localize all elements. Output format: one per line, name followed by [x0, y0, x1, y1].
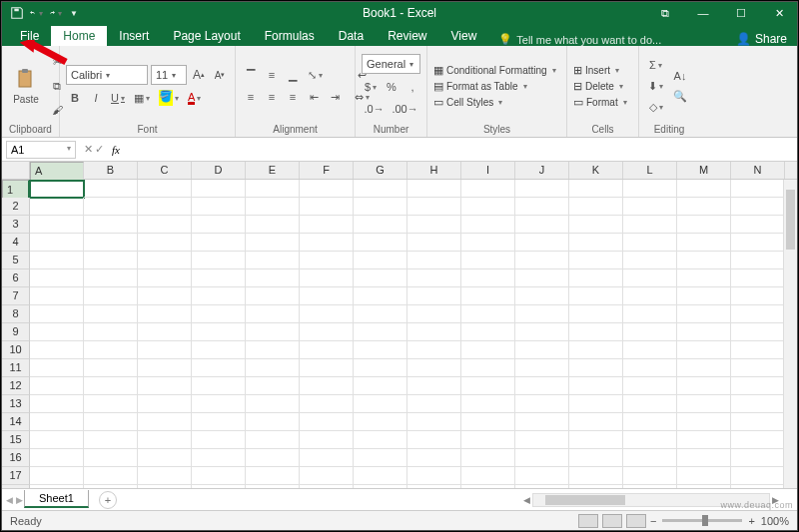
cell[interactable]: [354, 395, 407, 413]
cell[interactable]: [407, 234, 461, 252]
cell[interactable]: [515, 323, 569, 341]
cell[interactable]: [138, 413, 192, 431]
cell[interactable]: [623, 252, 677, 269]
cell[interactable]: [623, 180, 677, 198]
row-header[interactable]: 10: [2, 341, 30, 359]
cell[interactable]: [461, 431, 515, 449]
font-size-select[interactable]: 11▾: [151, 65, 187, 85]
row-header[interactable]: 13: [2, 395, 30, 413]
increase-decimal-icon[interactable]: .0→: [362, 100, 387, 118]
cell[interactable]: [354, 198, 407, 216]
format-cells-button[interactable]: ▭Format▾: [573, 96, 627, 109]
cell[interactable]: [569, 216, 623, 234]
cell[interactable]: [515, 198, 569, 216]
cell[interactable]: [246, 431, 300, 449]
cell[interactable]: [569, 431, 623, 449]
maximize-button[interactable]: ☐: [727, 7, 755, 20]
cell[interactable]: [677, 198, 731, 216]
cell[interactable]: [569, 377, 623, 395]
sheet-nav-icons[interactable]: ◀ ▶: [6, 495, 23, 505]
autosum-icon[interactable]: Σ▾: [645, 56, 666, 74]
align-top-icon[interactable]: ▔: [242, 66, 260, 84]
cell[interactable]: [246, 180, 300, 198]
cell[interactable]: [138, 359, 192, 377]
cell[interactable]: [461, 467, 515, 485]
cell[interactable]: [515, 305, 569, 323]
cell[interactable]: [138, 395, 192, 413]
cell[interactable]: [300, 413, 354, 431]
cell[interactable]: [515, 359, 569, 377]
cell[interactable]: [461, 180, 515, 198]
conditional-formatting-button[interactable]: ▦Conditional Formatting▾: [433, 64, 556, 77]
row-header[interactable]: 7: [2, 287, 30, 305]
cell[interactable]: [623, 431, 677, 449]
cell[interactable]: [246, 305, 300, 323]
cell[interactable]: [731, 341, 785, 359]
cell[interactable]: [677, 234, 731, 252]
cell[interactable]: [677, 216, 731, 234]
cell[interactable]: [300, 269, 354, 287]
cell[interactable]: [677, 359, 731, 377]
cell[interactable]: [300, 467, 354, 485]
cell[interactable]: [677, 341, 731, 359]
row-header[interactable]: 8: [2, 305, 30, 323]
cell[interactable]: [300, 216, 354, 234]
column-header[interactable]: L: [623, 162, 677, 179]
font-name-select[interactable]: Calibri▾: [66, 65, 148, 85]
cell[interactable]: [354, 341, 407, 359]
row-header[interactable]: 17: [2, 467, 30, 485]
cell[interactable]: [30, 287, 84, 305]
tab-home[interactable]: Home: [51, 26, 107, 46]
cell[interactable]: [192, 377, 246, 395]
vertical-scrollbar[interactable]: [783, 180, 797, 488]
cell[interactable]: [30, 377, 84, 395]
column-header[interactable]: B: [84, 162, 138, 179]
cell[interactable]: [84, 198, 138, 216]
formula-input[interactable]: [120, 142, 797, 158]
cell[interactable]: [623, 341, 677, 359]
cell[interactable]: [354, 305, 407, 323]
cell[interactable]: [677, 449, 731, 467]
cell[interactable]: [300, 395, 354, 413]
cell[interactable]: [677, 431, 731, 449]
cell[interactable]: [354, 377, 407, 395]
cell[interactable]: [407, 467, 461, 485]
cell[interactable]: [138, 234, 192, 252]
column-header[interactable]: F: [300, 162, 354, 179]
cell[interactable]: [84, 341, 138, 359]
cell[interactable]: [84, 180, 138, 198]
cell[interactable]: [623, 377, 677, 395]
align-bottom-icon[interactable]: ▁: [284, 66, 302, 84]
font-color-icon[interactable]: A▾: [185, 89, 204, 107]
cell[interactable]: [300, 359, 354, 377]
row-header[interactable]: 6: [2, 269, 30, 287]
fx-label[interactable]: fx: [112, 144, 120, 156]
cell[interactable]: [138, 198, 192, 216]
cell[interactable]: [569, 269, 623, 287]
cell[interactable]: [30, 467, 84, 485]
cell[interactable]: [300, 305, 354, 323]
cell[interactable]: [569, 305, 623, 323]
cell[interactable]: [354, 216, 407, 234]
cell[interactable]: [84, 467, 138, 485]
name-box[interactable]: A1▾: [6, 141, 76, 159]
cell[interactable]: [246, 377, 300, 395]
cell[interactable]: [569, 467, 623, 485]
column-header[interactable]: C: [138, 162, 192, 179]
cell[interactable]: [515, 413, 569, 431]
sheet-tab[interactable]: Sheet1: [24, 490, 89, 508]
page-layout-view-button[interactable]: [602, 514, 622, 528]
cell[interactable]: [354, 234, 407, 252]
cell[interactable]: [192, 198, 246, 216]
cell[interactable]: [192, 467, 246, 485]
column-header[interactable]: N: [731, 162, 785, 179]
cell[interactable]: [246, 323, 300, 341]
column-header[interactable]: M: [677, 162, 731, 179]
cell[interactable]: [515, 467, 569, 485]
paste-button[interactable]: Paste: [8, 63, 44, 109]
cell[interactable]: [515, 395, 569, 413]
cell[interactable]: [461, 287, 515, 305]
zoom-slider[interactable]: [662, 519, 742, 522]
tell-me-search[interactable]: 💡 Tell me what you want to do...: [498, 33, 661, 46]
accounting-format-icon[interactable]: $▾: [362, 78, 380, 96]
